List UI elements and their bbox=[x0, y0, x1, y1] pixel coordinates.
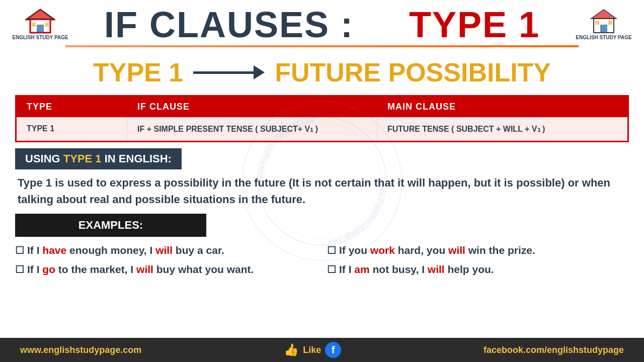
title-if-clauses: IF CLAUSES : bbox=[104, 5, 354, 45]
example-item-4: ☐ If I am not busy, I will help you. bbox=[327, 261, 629, 278]
svg-rect-3 bbox=[37, 25, 44, 33]
checkbox-4: ☐ bbox=[327, 261, 336, 278]
row-if-clause: IF + SIMPLE PRESENT TENSE ( SUBJECT+ V₁ … bbox=[127, 117, 377, 141]
examples-header: EXAMPLES: bbox=[15, 214, 206, 237]
ex2-text: If you work hard, you will win the prize… bbox=[339, 242, 535, 259]
col-if-clause: IF CLAUSE bbox=[127, 97, 377, 117]
using-type1: TYPE 1 bbox=[63, 152, 102, 165]
svg-marker-8 bbox=[591, 10, 616, 19]
svg-rect-11 bbox=[600, 25, 607, 33]
svg-rect-5 bbox=[45, 23, 49, 27]
using-suffix: IN ENGLISH: bbox=[102, 152, 172, 165]
house-icon-left bbox=[25, 9, 55, 34]
footer-social: 👍 Like f bbox=[284, 342, 341, 358]
example-item-3: ☐ If I go to the market, I will buy what… bbox=[15, 261, 317, 278]
footer-website: www.englishstudypage.com bbox=[20, 345, 141, 355]
ex3-text: If I go to the market, I will buy what y… bbox=[27, 261, 254, 278]
checkbox-2: ☐ bbox=[327, 242, 336, 258]
table-header: TYPE IF CLAUSE MAIN CLAUSE bbox=[17, 97, 627, 117]
subtitle-row: TYPE 1 FUTURE POSSIBILITY bbox=[0, 47, 644, 95]
logo-right: ENGLISH STUDY PAGE bbox=[574, 9, 634, 41]
col-type: TYPE bbox=[17, 97, 127, 117]
title-type1: TYPE 1 bbox=[409, 5, 540, 45]
subtitle-future: FUTURE POSSIBILITY bbox=[275, 57, 551, 87]
header: ENGLISH STUDY PAGE IF CLAUSES : TYPE 1 E… bbox=[0, 0, 644, 45]
logo-left-text: ENGLISH STUDY PAGE bbox=[12, 35, 68, 41]
using-description: Type 1 is used to express a possibility … bbox=[15, 174, 629, 208]
svg-rect-12 bbox=[595, 21, 599, 25]
using-section: USING TYPE 1 IN ENGLISH: Type 1 is used … bbox=[15, 148, 629, 208]
ex4-text: If I am not busy, I will help you. bbox=[339, 261, 494, 278]
arrow-shaft bbox=[193, 71, 254, 74]
svg-rect-4 bbox=[32, 23, 36, 27]
svg-rect-13 bbox=[608, 21, 612, 25]
example-item-1: ☐ If I have enough money, I will buy a c… bbox=[15, 242, 317, 259]
footer-facebook: facebook.com/englishstudypage bbox=[484, 345, 624, 355]
like-label: Like bbox=[303, 345, 321, 355]
house-icon-right bbox=[589, 9, 619, 34]
subtitle-type1: TYPE 1 bbox=[93, 57, 183, 87]
logo-left: ENGLISH STUDY PAGE bbox=[10, 9, 70, 41]
row-type: TYPE 1 bbox=[17, 117, 127, 141]
row-main-clause: FUTURE TENSE ( SUBJECT + WILL + V₁ ) bbox=[377, 117, 627, 141]
arrow bbox=[193, 65, 265, 79]
table-body: TYPE 1 IF + SIMPLE PRESENT TENSE ( SUBJE… bbox=[17, 117, 627, 141]
main-title: IF CLAUSES : TYPE 1 bbox=[70, 4, 574, 45]
using-prefix: USING bbox=[25, 152, 63, 165]
col-main-clause: MAIN CLAUSE bbox=[377, 97, 627, 117]
checkbox-3: ☐ bbox=[15, 261, 24, 278]
using-label: USING TYPE 1 IN ENGLISH: bbox=[15, 148, 182, 169]
svg-marker-6 bbox=[28, 10, 53, 19]
examples-grid: ☐ If I have enough money, I will buy a c… bbox=[15, 242, 629, 278]
arrow-head bbox=[254, 65, 265, 79]
logo-right-text: ENGLISH STUDY PAGE bbox=[576, 35, 631, 41]
example-item-2: ☐ If you work hard, you will win the pri… bbox=[327, 242, 629, 259]
checkbox-1: ☐ bbox=[15, 242, 24, 258]
grammar-table: TYPE IF CLAUSE MAIN CLAUSE TYPE 1 IF + S… bbox=[15, 95, 629, 142]
ex1-text: If I have enough money, I will buy a car… bbox=[27, 242, 224, 259]
footer: www.englishstudypage.com 👍 Like f facebo… bbox=[0, 338, 644, 362]
thumbs-up-icon: 👍 bbox=[284, 343, 299, 357]
facebook-icon: f bbox=[325, 342, 341, 358]
